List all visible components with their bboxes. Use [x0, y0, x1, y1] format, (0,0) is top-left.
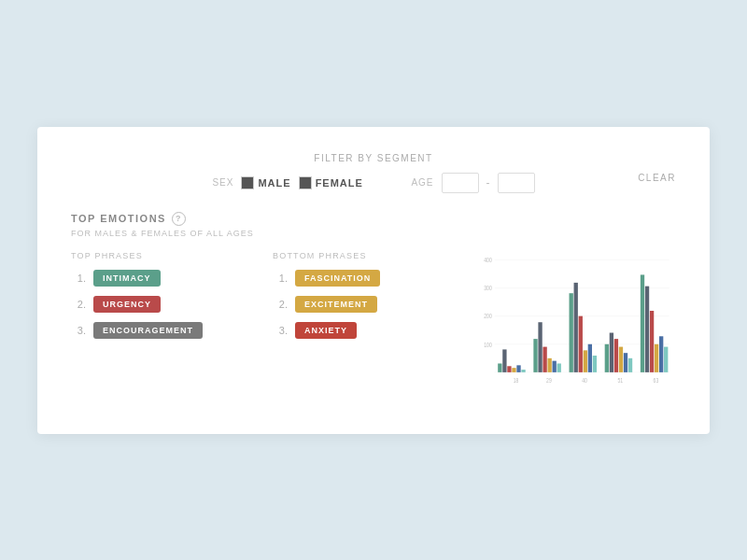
svg-rect-23 [579, 315, 583, 371]
male-checkbox-label[interactable]: MALE [241, 176, 290, 189]
list-item: 1. INTIMACY [71, 270, 258, 287]
svg-rect-19 [553, 360, 557, 371]
svg-rect-16 [538, 322, 542, 372]
svg-rect-29 [614, 339, 618, 372]
svg-rect-33 [641, 274, 644, 371]
svg-rect-24 [584, 350, 587, 372]
filter-section: FILTER BY SEGMENT SEX MALE FEMALE AGE - … [71, 153, 676, 193]
svg-rect-20 [557, 363, 561, 371]
svg-text:29: 29 [546, 377, 552, 384]
svg-rect-37 [659, 336, 663, 372]
content-row: TOP PHRASES 1. INTIMACY 2. URGENCY 3. EN… [71, 251, 676, 400]
svg-rect-30 [619, 346, 623, 371]
subtitle: FOR MALES & FEMALES OF ALL AGES [71, 229, 676, 238]
svg-rect-18 [547, 357, 551, 371]
top-phrases-col: TOP PHRASES 1. INTIMACY 2. URGENCY 3. EN… [71, 251, 258, 400]
bar-chart: 400 300 200 100 [474, 251, 676, 400]
chart-area: 400 300 200 100 [474, 251, 676, 400]
list-item: 3. ENCOURAGEMENT [71, 322, 258, 339]
svg-text:40: 40 [582, 377, 587, 384]
urgency-badge: URGENCY [93, 296, 161, 313]
section-title: TOP EMOTIONS ? [71, 212, 676, 226]
svg-text:300: 300 [484, 285, 492, 291]
filter-row: SEX MALE FEMALE AGE - CLEAR [71, 173, 676, 193]
svg-text:400: 400 [484, 257, 492, 263]
svg-rect-15 [533, 339, 537, 372]
excitement-badge: EXCITEMENT [295, 296, 377, 313]
main-card: FILTER BY SEGMENT SEX MALE FEMALE AGE - … [37, 127, 710, 434]
clear-button[interactable]: CLEAR [638, 173, 676, 183]
sex-label: SEX [212, 177, 233, 188]
svg-rect-27 [605, 343, 609, 371]
svg-text:100: 100 [484, 341, 492, 347]
top-phrases-title: TOP PHRASES [71, 251, 258, 260]
female-checkbox-label[interactable]: FEMALE [299, 176, 363, 189]
svg-text:18: 18 [514, 377, 519, 384]
svg-rect-10 [502, 349, 506, 371]
svg-rect-12 [512, 368, 515, 372]
emotions-section: TOP EMOTIONS ? FOR MALES & FEMALES OF AL… [71, 212, 676, 400]
svg-rect-17 [543, 346, 546, 371]
svg-rect-31 [624, 353, 627, 372]
svg-rect-26 [593, 356, 597, 372]
svg-rect-35 [650, 311, 654, 372]
svg-rect-21 [570, 293, 573, 372]
svg-rect-13 [516, 365, 520, 372]
help-icon[interactable]: ? [172, 212, 186, 226]
list-item: 1. FASCINATION [273, 270, 459, 287]
svg-rect-11 [507, 366, 511, 372]
bottom-phrases-col: BOTTOM PHRASES 1. FASCINATION 2. EXCITEM… [273, 251, 459, 400]
age-label: AGE [411, 177, 433, 188]
list-item: 2. EXCITEMENT [273, 296, 459, 313]
anxiety-badge: ANXIETY [295, 322, 357, 339]
svg-text:51: 51 [617, 377, 623, 384]
male-checkbox[interactable] [241, 176, 254, 189]
svg-rect-9 [498, 363, 501, 371]
svg-rect-22 [574, 282, 578, 371]
svg-text:200: 200 [484, 313, 492, 319]
list-item: 3. ANXIETY [273, 322, 459, 339]
svg-text:63: 63 [654, 377, 659, 384]
bottom-phrases-title: BOTTOM PHRASES [273, 251, 459, 260]
filter-title: FILTER BY SEGMENT [314, 153, 432, 163]
age-min-input[interactable] [442, 173, 479, 193]
age-max-input[interactable] [498, 173, 535, 193]
encouragement-badge: ENCOURAGEMENT [93, 322, 203, 339]
svg-rect-14 [521, 370, 525, 372]
svg-rect-25 [588, 343, 592, 371]
intimacy-badge: INTIMACY [93, 270, 161, 287]
svg-rect-36 [655, 343, 658, 371]
fascination-badge: FASCINATION [295, 270, 380, 287]
svg-rect-32 [628, 357, 632, 371]
svg-rect-34 [645, 286, 649, 371]
svg-rect-38 [664, 346, 668, 371]
list-item: 2. URGENCY [71, 296, 258, 313]
female-checkbox[interactable] [299, 176, 312, 189]
svg-rect-28 [610, 332, 613, 371]
